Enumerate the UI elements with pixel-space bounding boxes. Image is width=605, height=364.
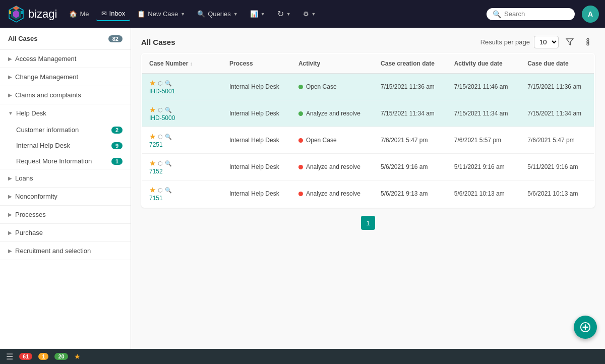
nav-inbox[interactable]: ✉ Inbox bbox=[96, 7, 131, 21]
search-box[interactable]: 🔍 bbox=[487, 8, 575, 20]
activity-status-dot bbox=[298, 138, 303, 143]
sidebar-item-claims[interactable]: ▶ Claims and complaints bbox=[0, 86, 131, 104]
share-icon[interactable]: ⬡ bbox=[158, 134, 163, 140]
chart-caret: ▼ bbox=[261, 12, 265, 17]
sidebar-item-change-management[interactable]: ▶ Change Management bbox=[0, 68, 131, 86]
cell-case-due: 7/15/2021 11:36 am bbox=[520, 74, 594, 100]
share-icon[interactable]: ⬡ bbox=[158, 107, 163, 113]
cell-activity-due: 5/11/2021 9:16 am bbox=[447, 154, 521, 180]
table-row[interactable]: ★ ⬡ 🔍 7151 Internal Help Desk Analyze an… bbox=[142, 180, 594, 208]
svg-marker-6 bbox=[566, 39, 573, 45]
chevron-right-icon: ▶ bbox=[8, 92, 12, 98]
col-header-creation-date[interactable]: Case creation date bbox=[374, 53, 447, 74]
cell-activity-due: 7/6/2021 5:57 pm bbox=[447, 127, 521, 154]
bottom-bar: ☰ 61 1 20 ★ bbox=[0, 349, 605, 364]
top-navigation: bizagi 🏠 Me ✉ Inbox 📋 New Case ▼ 🔍 Queri… bbox=[0, 0, 605, 28]
cell-creation-date: 7/15/2021 11:36 am bbox=[374, 74, 447, 100]
internal-helpdesk-badge: 9 bbox=[111, 142, 123, 149]
search-row-icon[interactable]: 🔍 bbox=[165, 80, 172, 87]
share-icon[interactable]: ⬡ bbox=[158, 80, 163, 87]
col-header-process[interactable]: Process bbox=[222, 53, 291, 74]
chart-icon: 📊 bbox=[250, 10, 258, 18]
table-header-row: Case Number ↕ Process Activity Case crea… bbox=[142, 53, 594, 74]
case-number-link[interactable]: 7152 bbox=[149, 168, 163, 175]
search-row-icon[interactable]: 🔍 bbox=[165, 187, 172, 194]
search-row-icon[interactable]: 🔍 bbox=[165, 107, 172, 113]
sidebar-section-change-management: ▶ Change Management bbox=[0, 68, 131, 86]
sidebar-item-helpdesk[interactable]: ▼ Help Desk bbox=[0, 104, 131, 122]
logo[interactable]: bizagi bbox=[6, 4, 57, 24]
customer-info-badge: 2 bbox=[111, 127, 123, 134]
chevron-right-icon: ▶ bbox=[8, 56, 12, 62]
nav-refresh[interactable]: ↻ ▼ bbox=[272, 6, 296, 22]
pagination: 1 bbox=[131, 208, 605, 238]
star-button[interactable]: ★ bbox=[149, 159, 156, 168]
sort-icon: ↕ bbox=[190, 61, 193, 67]
table-row[interactable]: ★ ⬡ 🔍 IHD-5001 Internal Help Desk Open C… bbox=[142, 74, 594, 100]
sidebar-all-cases[interactable]: All Cases 82 bbox=[0, 28, 131, 50]
share-icon[interactable]: ⬡ bbox=[158, 160, 163, 167]
case-number-link[interactable]: IHD-5000 bbox=[149, 114, 175, 122]
menu-icon[interactable]: ☰ bbox=[6, 352, 13, 361]
search-row-icon[interactable]: 🔍 bbox=[165, 134, 172, 140]
star-button[interactable]: ★ bbox=[149, 132, 156, 141]
sidebar-item-customer-info[interactable]: Customer information 2 bbox=[0, 122, 131, 138]
nav-chart[interactable]: 📊 ▼ bbox=[245, 7, 270, 21]
home-icon: 🏠 bbox=[69, 10, 77, 18]
cell-case-number: ★ ⬡ 🔍 7151 bbox=[142, 180, 222, 208]
col-header-activity[interactable]: Activity bbox=[291, 53, 374, 74]
col-header-case-due[interactable]: Case due date bbox=[520, 53, 594, 74]
chevron-right-icon: ▶ bbox=[8, 74, 12, 80]
sidebar-section-recruitment: ▶ Recruitment and selection bbox=[0, 242, 131, 260]
view-toggle-button[interactable] bbox=[581, 35, 595, 49]
col-header-activity-due[interactable]: Activity due date bbox=[447, 53, 521, 74]
case-number-link[interactable]: 7151 bbox=[149, 195, 163, 202]
queries-caret: ▼ bbox=[233, 12, 238, 17]
filter-button[interactable] bbox=[563, 35, 577, 49]
avatar[interactable]: A bbox=[582, 6, 599, 23]
queries-icon: 🔍 bbox=[197, 10, 205, 18]
results-per-page-select[interactable]: 10 25 50 bbox=[534, 36, 559, 48]
case-number-link[interactable]: 7251 bbox=[149, 141, 163, 148]
star-button[interactable]: ★ bbox=[149, 105, 156, 114]
cell-process: Internal Help Desk bbox=[222, 154, 291, 180]
sidebar-section-processes: ▶ Processes bbox=[0, 206, 131, 224]
bottom-bar-yellow-count[interactable]: 1 bbox=[38, 353, 48, 360]
bottom-bar-green-count[interactable]: 20 bbox=[54, 353, 68, 360]
sidebar-item-loans[interactable]: ▶ Loans bbox=[0, 169, 131, 187]
search-input[interactable] bbox=[504, 10, 569, 18]
sidebar-item-access-management[interactable]: ▶ Access Management bbox=[0, 50, 131, 68]
bottom-bar-star[interactable]: ★ bbox=[74, 352, 81, 360]
activity-label: Open Case bbox=[306, 137, 337, 144]
sidebar-item-nonconformity[interactable]: ▶ Nonconformity bbox=[0, 188, 131, 205]
nav-me[interactable]: 🏠 Me bbox=[64, 7, 94, 21]
cell-case-due: 7/6/2021 5:47 pm bbox=[520, 127, 594, 154]
activity-status-dot bbox=[298, 111, 303, 116]
sidebar-item-purchase[interactable]: ▶ Purchase bbox=[0, 224, 131, 241]
sidebar-item-recruitment[interactable]: ▶ Recruitment and selection bbox=[0, 242, 131, 260]
sidebar-item-processes[interactable]: ▶ Processes bbox=[0, 206, 131, 223]
fab-button[interactable] bbox=[574, 316, 597, 339]
main-content: All Cases Results per page 10 25 50 bbox=[131, 28, 605, 349]
page-1-button[interactable]: 1 bbox=[361, 216, 375, 230]
col-header-case-number[interactable]: Case Number ↕ bbox=[142, 53, 222, 74]
nav-queries[interactable]: 🔍 Queries ▼ bbox=[192, 7, 243, 21]
table-row[interactable]: ★ ⬡ 🔍 IHD-5000 Internal Help Desk Analyz… bbox=[142, 100, 594, 127]
table-row[interactable]: ★ ⬡ 🔍 7152 Internal Help Desk Analyze an… bbox=[142, 154, 594, 180]
sidebar-item-internal-helpdesk[interactable]: Internal Help Desk 9 bbox=[0, 138, 131, 153]
sidebar-item-request-more-info[interactable]: Request More Information 1 bbox=[0, 153, 131, 169]
cell-creation-date: 7/15/2021 11:34 am bbox=[374, 100, 447, 127]
cell-creation-date: 5/6/2021 9:13 am bbox=[374, 180, 447, 208]
nav-settings[interactable]: ⚙ ▼ bbox=[298, 7, 321, 21]
search-row-icon[interactable]: 🔍 bbox=[165, 160, 172, 167]
table-row[interactable]: ★ ⬡ 🔍 7251 Internal Help Desk Open Case … bbox=[142, 127, 594, 154]
nav-new-case[interactable]: 📋 New Case ▼ bbox=[132, 7, 190, 21]
star-button[interactable]: ★ bbox=[149, 186, 156, 195]
bottom-bar-red-count[interactable]: 61 bbox=[19, 353, 32, 360]
share-icon[interactable]: ⬡ bbox=[158, 187, 163, 194]
star-button[interactable]: ★ bbox=[149, 79, 156, 88]
cell-activity-due: 5/6/2021 10:13 am bbox=[447, 180, 521, 208]
case-number-link[interactable]: IHD-5001 bbox=[149, 88, 175, 95]
results-controls: Results per page 10 25 50 bbox=[480, 35, 595, 49]
sidebar-section-purchase: ▶ Purchase bbox=[0, 224, 131, 242]
